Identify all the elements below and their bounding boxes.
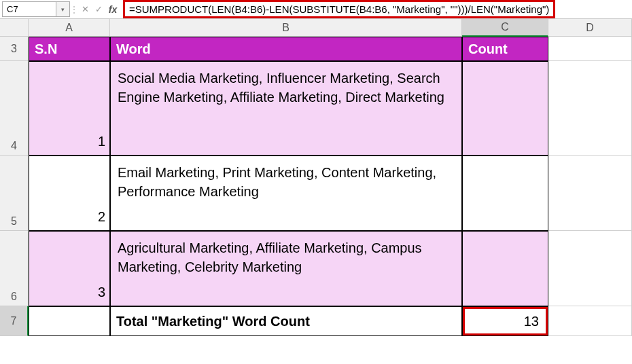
cell-d6[interactable] <box>548 231 632 306</box>
cell-b4[interactable]: Social Media Marketing, Influencer Marke… <box>110 61 462 156</box>
cell-d5[interactable] <box>548 156 632 231</box>
cell-c7-wrap: 13 <box>462 306 548 336</box>
cell-a6[interactable]: 3 <box>29 231 110 306</box>
fx-button[interactable]: fx <box>105 4 120 15</box>
row-header-7[interactable]: 7 <box>0 306 29 336</box>
col-header-b[interactable]: B <box>110 19 462 37</box>
header-word[interactable]: Word <box>110 37 462 61</box>
row-header-3[interactable]: 3 <box>0 37 29 61</box>
col-header-c[interactable]: C <box>462 19 548 37</box>
cell-a4[interactable]: 1 <box>29 61 110 156</box>
confirm-formula-button[interactable]: ✓ <box>92 4 105 14</box>
cell-c4[interactable] <box>462 61 548 156</box>
cell-c7[interactable]: 13 <box>463 307 548 335</box>
cell-a7[interactable] <box>29 306 110 336</box>
cell-d7[interactable] <box>548 306 632 336</box>
col-header-a[interactable]: A <box>29 19 110 37</box>
cancel-formula-button[interactable]: ✕ <box>78 4 92 14</box>
cell-a5[interactable]: 2 <box>29 156 110 231</box>
spreadsheet-grid: A B C D 3 S.N Word Count 4 1 Social Medi… <box>0 19 632 336</box>
cell-b6[interactable]: Agricultural Marketing, Affiliate Market… <box>110 231 462 306</box>
name-box[interactable]: C7 <box>2 1 56 17</box>
cell-c6[interactable] <box>462 231 548 306</box>
col-header-d[interactable]: D <box>548 19 632 37</box>
separator: ⋮ <box>70 4 78 15</box>
row-header-6[interactable]: 6 <box>0 231 29 306</box>
cell-d3[interactable] <box>548 37 632 61</box>
header-sn[interactable]: S.N <box>29 37 110 61</box>
name-box-dropdown[interactable]: ▾ <box>56 1 70 17</box>
select-all-corner[interactable] <box>0 19 29 37</box>
cell-c5[interactable] <box>462 156 548 231</box>
cell-b5[interactable]: Email Marketing, Print Marketing, Conten… <box>110 156 462 231</box>
cell-d4[interactable] <box>548 61 632 156</box>
formula-bar: C7 ▾ ⋮ ✕ ✓ fx =SUMPRODUCT(LEN(B4:B6)-LEN… <box>0 0 632 19</box>
cell-b7[interactable]: Total "Marketing" Word Count <box>110 306 462 336</box>
row-header-4[interactable]: 4 <box>0 61 29 156</box>
row-header-5[interactable]: 5 <box>0 156 29 231</box>
formula-input[interactable]: =SUMPRODUCT(LEN(B4:B6)-LEN(SUBSTITUTE(B4… <box>123 0 555 18</box>
header-count[interactable]: Count <box>462 37 548 61</box>
